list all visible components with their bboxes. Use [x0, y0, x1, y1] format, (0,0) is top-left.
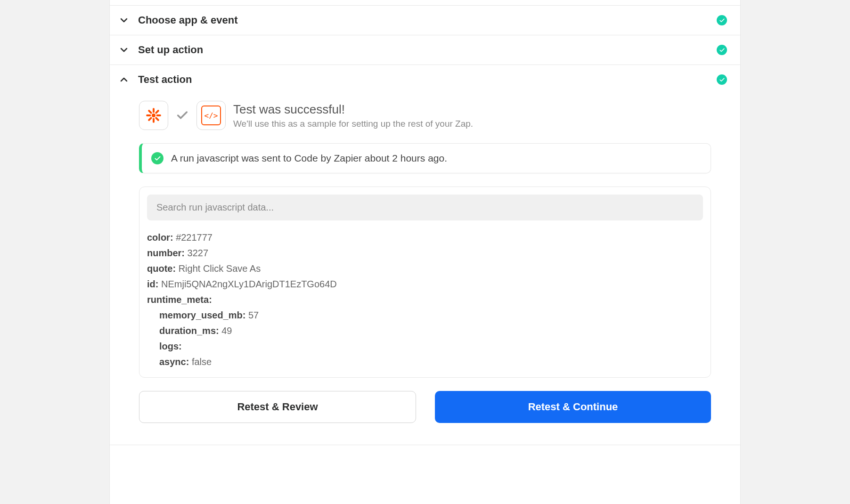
- test-action-body: </> Test was successful! We'll use this …: [110, 94, 740, 445]
- code-icon: </>: [201, 106, 221, 125]
- section-setup-action: Set up action: [110, 35, 740, 65]
- result-row-duration: duration_ms: 49: [159, 323, 703, 339]
- result-row-id: id: NEmji5QNA2ngXLy1DArigDT1EzTGo64D: [147, 276, 703, 292]
- chevron-up-icon: [118, 74, 130, 85]
- result-row-quote: quote: Right Click Save As: [147, 261, 703, 276]
- section-header-test-action[interactable]: Test action: [110, 65, 740, 94]
- zap-editor-panel: Choose app & event Set up action: [109, 0, 741, 504]
- result-row-color: color: #221777: [147, 230, 703, 245]
- chevron-down-icon: [118, 44, 130, 56]
- zapier-app-icon: [139, 101, 168, 130]
- section-header-choose-app[interactable]: Choose app & event: [110, 6, 740, 35]
- success-heading: Test was successful!: [233, 102, 473, 117]
- svg-rect-7: [147, 109, 152, 114]
- section-title: Test action: [138, 73, 192, 86]
- section-header-setup-action[interactable]: Set up action: [110, 35, 740, 65]
- result-data-list: color: #221777 number: 3227 quote: Right…: [147, 230, 703, 370]
- success-row: </> Test was successful! We'll use this …: [139, 101, 711, 130]
- svg-point-0: [152, 114, 155, 117]
- retest-review-button[interactable]: Retest & Review: [139, 391, 416, 423]
- code-app-icon: </>: [196, 101, 226, 130]
- button-row: Retest & Review Retest & Continue: [139, 391, 711, 423]
- search-input[interactable]: [147, 195, 703, 220]
- status-complete-icon: [717, 74, 727, 85]
- status-complete-icon: [717, 15, 727, 25]
- success-check-icon: [151, 152, 163, 164]
- svg-rect-8: [155, 117, 160, 122]
- section-choose-app: Choose app & event: [110, 6, 740, 35]
- section-title: Set up action: [138, 44, 203, 56]
- result-row-number: number: 3227: [147, 245, 703, 261]
- top-border: [110, 0, 740, 6]
- status-message: A run javascript was sent to Code by Zap…: [171, 153, 447, 164]
- result-row-runtime-meta: runtime_meta:: [147, 292, 703, 308]
- status-banner: A run javascript was sent to Code by Zap…: [139, 143, 711, 173]
- result-row-memory: memory_used_mb: 57: [159, 308, 703, 323]
- chevron-down-icon: [118, 15, 130, 26]
- svg-rect-3: [146, 114, 151, 116]
- result-data-box: color: #221777 number: 3227 quote: Right…: [139, 187, 711, 378]
- svg-rect-4: [156, 114, 161, 116]
- result-row-logs: logs:: [159, 339, 703, 354]
- section-title: Choose app & event: [138, 14, 237, 26]
- success-subtext: We'll use this as a sample for setting u…: [233, 119, 473, 129]
- success-text: Test was successful! We'll use this as a…: [233, 102, 473, 129]
- svg-rect-1: [153, 108, 155, 113]
- result-row-async: async: false: [159, 354, 703, 370]
- retest-continue-button[interactable]: Retest & Continue: [435, 391, 711, 423]
- connector-check-icon: [176, 109, 189, 122]
- status-complete-icon: [717, 45, 727, 55]
- svg-rect-2: [153, 118, 155, 123]
- svg-rect-5: [155, 109, 160, 114]
- svg-rect-6: [147, 117, 152, 122]
- section-test-action: Test action </> Test was successful!: [110, 65, 740, 445]
